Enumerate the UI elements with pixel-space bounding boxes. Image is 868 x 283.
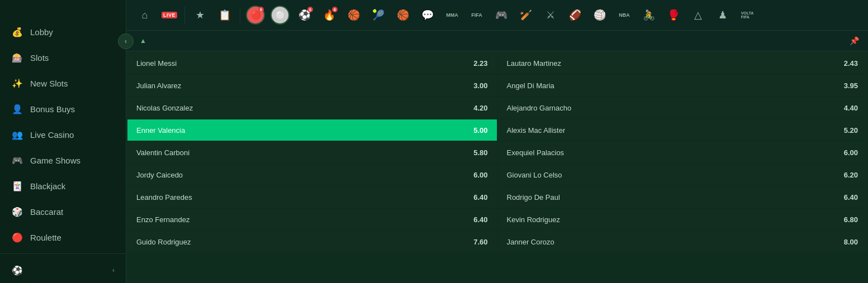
- bet-odds: 7.60: [473, 238, 487, 246]
- bet-odds: 6.80: [844, 215, 858, 224]
- lobby-label: Lobby: [30, 27, 53, 37]
- bonus-buys-label: Bonus Buys: [30, 104, 75, 114]
- nav-icon-torch[interactable]: 🔥 6: [317, 4, 341, 26]
- nav-icon-slash[interactable]: ⚔: [539, 4, 562, 26]
- blackjack-label: Blackjack: [30, 181, 65, 191]
- main-content: ⌂LIVE★📋🔴6⚪ ⚽ 6 🔥 6 🏀🎾🏀💬MMAFIFA🎮🏏⚔🏈🏐NBA🚴🥊…: [126, 0, 868, 283]
- sidebar-collapse-button[interactable]: ‹: [118, 33, 134, 49]
- live-casino-icon: 👥: [11, 128, 23, 141]
- logo: [0, 0, 126, 19]
- nav-icon-basketball[interactable]: 🏀: [342, 4, 366, 26]
- sidebar-item-sports[interactable]: ⚽ ‹: [0, 257, 126, 283]
- sidebar-item-game-shows[interactable]: 🎮 Game Shows: [0, 147, 126, 173]
- nav-icon-fifa[interactable]: FIFA: [465, 4, 488, 26]
- nav-icon-basketball2[interactable]: 🏀: [391, 4, 415, 26]
- bet-row[interactable]: Giovani Lo Celso 6.20: [498, 164, 867, 185]
- nav-icon-soccer-fire[interactable]: ⚽ 6: [293, 4, 316, 26]
- nav-icon-volleyball[interactable]: 🏐: [588, 4, 611, 26]
- nav-icon-nba[interactable]: NBA: [613, 4, 636, 26]
- bet-odds: 6.40: [844, 193, 858, 202]
- nav-icon-cricket[interactable]: 🏏: [514, 4, 538, 26]
- nav-icon-chess[interactable]: ♟: [711, 4, 734, 26]
- sidebar-item-bonus-buys[interactable]: 👤 Bonus Buys: [0, 96, 126, 122]
- bet-row[interactable]: Jordy Caicedo 6.00: [127, 164, 497, 185]
- section-header: ▲ 📌: [126, 31, 868, 51]
- bet-odds: 4.40: [844, 104, 858, 112]
- content-area: ▲ 📌 Lionel Messi 2.23 Lautaro Martinez 2…: [126, 31, 868, 283]
- bet-table: Lionel Messi 2.23 Lautaro Martinez 2.43 …: [126, 51, 868, 253]
- section-sort-icon[interactable]: ▲: [140, 37, 146, 45]
- home-symbol: ⌂: [142, 9, 148, 21]
- nav-icon-boxing[interactable]: 🥊: [662, 4, 685, 26]
- sidebar: ‹ 💰 Lobby 🎰 Slots ✨ New Slots 👤 Bonus Bu…: [0, 0, 126, 283]
- bet-name: Lionel Messi: [136, 59, 177, 68]
- nav-icon-triangle[interactable]: △: [686, 4, 710, 26]
- nav-icon-avatar2[interactable]: ⚪: [268, 4, 292, 26]
- bet-odds: 5.20: [844, 126, 858, 135]
- bet-row[interactable]: Angel Di Maria 3.95: [498, 75, 867, 96]
- bet-odds: 5.80: [473, 148, 487, 157]
- sidebar-item-lobby[interactable]: 💰 Lobby: [0, 19, 126, 45]
- sidebar-item-live-casino[interactable]: 👥 Live Casino: [0, 122, 126, 147]
- nav-divider: [0, 253, 126, 254]
- nav-icon-chat[interactable]: 💬: [416, 4, 439, 26]
- sidebar-item-new-slots[interactable]: ✨ New Slots: [0, 70, 126, 96]
- nav-icon-mma[interactable]: MMA: [440, 4, 464, 26]
- tennis-symbol: 🎾: [372, 9, 385, 21]
- bet-name: Kevin Rodriguez: [507, 215, 560, 224]
- bet-odds: 8.00: [844, 238, 858, 246]
- nav-icon-esports[interactable]: 🎮: [490, 4, 513, 26]
- nav-icon-live[interactable]: LIVE: [158, 4, 181, 26]
- sidebar-item-slots[interactable]: 🎰 Slots: [0, 45, 126, 70]
- bet-row[interactable]: Rodrigo De Paul 6.40: [498, 186, 867, 208]
- nba-label: NBA: [619, 12, 630, 18]
- bet-name: Exequiel Palacios: [507, 148, 565, 157]
- slots-label: Slots: [30, 53, 49, 63]
- bet-odds: 6.40: [473, 193, 487, 202]
- bet-row[interactable]: Exequiel Palacios 6.00: [498, 142, 867, 163]
- triangle-symbol: △: [694, 9, 702, 21]
- bet-row[interactable]: Nicolas Gonzalez 4.20: [127, 97, 497, 118]
- nav-icon-volta[interactable]: VOLTAFIFA: [736, 4, 759, 26]
- cricket-symbol: 🏏: [520, 9, 532, 21]
- bet-row[interactable]: Janner Corozo 8.00: [498, 231, 867, 252]
- bet-row[interactable]: Lionel Messi 2.23: [127, 52, 497, 74]
- nav-icon-tennis[interactable]: 🎾: [367, 4, 390, 26]
- sports-icon: ⚽: [11, 264, 23, 276]
- roulette-icon: 🔴: [11, 231, 23, 243]
- bet-odds: 3.00: [473, 81, 487, 90]
- bet-odds: 5.00: [473, 126, 487, 135]
- bet-row[interactable]: Enner Valencia 5.00: [127, 119, 497, 141]
- nav-icon-favorites[interactable]: ★: [188, 4, 212, 26]
- nav-icon-avatar1[interactable]: 🔴6: [244, 4, 267, 26]
- sidebar-item-roulette[interactable]: 🔴 Roulette: [0, 224, 126, 250]
- bet-row[interactable]: Enzo Fernandez 6.40: [127, 209, 497, 230]
- nav-icon-home[interactable]: ⌂: [133, 4, 156, 26]
- bet-row[interactable]: Leandro Paredes 6.40: [127, 186, 497, 208]
- bet-row[interactable]: Kevin Rodriguez 6.80: [498, 209, 867, 230]
- live-casino-label: Live Casino: [30, 130, 74, 140]
- bet-row[interactable]: Alexis Mac Allister 5.20: [498, 119, 867, 141]
- bet-name: Alejandro Garnacho: [507, 104, 572, 112]
- bet-row[interactable]: Guido Rodriguez 7.60: [127, 231, 497, 252]
- bet-row[interactable]: Alejandro Garnacho 4.40: [498, 97, 867, 118]
- bet-name: Alexis Mac Allister: [507, 126, 566, 135]
- bet-odds: 2.43: [844, 59, 858, 68]
- esports-symbol: 🎮: [495, 9, 507, 21]
- bet-row[interactable]: Valentin Carboni 5.80: [127, 142, 497, 163]
- sidebar-item-baccarat[interactable]: 🎲 Baccarat: [0, 199, 126, 224]
- pin-icon[interactable]: 📌: [850, 36, 859, 45]
- sidebar-item-blackjack[interactable]: 🃏 Blackjack: [0, 173, 126, 199]
- chat-symbol: 💬: [421, 9, 434, 21]
- bet-row[interactable]: Lautaro Martinez 2.43: [498, 52, 867, 74]
- bet-name: Nicolas Gonzalez: [136, 104, 193, 112]
- nav-icon-american-football[interactable]: 🏈: [563, 4, 587, 26]
- nav-icon-betslip[interactable]: 📋: [213, 4, 236, 26]
- bet-odds: 4.20: [473, 104, 487, 112]
- bet-odds: 6.00: [473, 171, 487, 179]
- nav-icon-cycling[interactable]: 🚴: [637, 4, 661, 26]
- bet-name: Jordy Caicedo: [136, 171, 183, 179]
- new-slots-icon: ✨: [11, 77, 23, 89]
- bet-row[interactable]: Julian Alvarez 3.00: [127, 75, 497, 96]
- bet-name: Julian Alvarez: [136, 81, 181, 90]
